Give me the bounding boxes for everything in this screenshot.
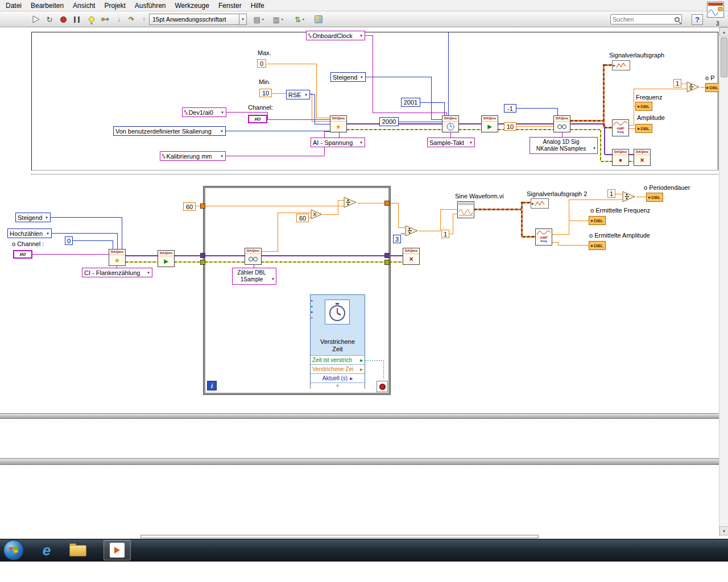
channel-io-control-2[interactable]: I/O <box>13 250 32 259</box>
run-continuous-button[interactable]: ↻ <box>43 13 56 26</box>
menu-werkzeuge[interactable]: Werkzeuge <box>170 1 213 11</box>
ermittelte-frequenz-indicator[interactable]: ▶ DBL <box>589 216 606 225</box>
one-constant-3[interactable]: 1 <box>607 189 615 198</box>
multiply-node[interactable] <box>311 209 323 219</box>
vi-icon[interactable] <box>707 2 724 18</box>
terminal-config-ring[interactable]: RSE ▼ <box>286 90 310 99</box>
extract-tone-node-2[interactable]: AMP freq <box>535 228 552 246</box>
edge-ring-2[interactable]: Steigend ▼ <box>15 213 51 222</box>
ci-measurement-ring[interactable]: CI - Flankenzählung ▼ <box>82 268 152 277</box>
run-button[interactable] <box>30 13 42 26</box>
daqmx-stop-task-node[interactable]: DAQmx ■ <box>612 149 629 166</box>
abort-button[interactable] <box>57 13 69 26</box>
daqmx-start-task-node-2[interactable]: DAQmx ▶ <box>158 250 175 267</box>
search-input[interactable] <box>613 16 675 23</box>
highlight-execution-button[interactable] <box>85 13 98 26</box>
divide-node-inner[interactable] <box>344 197 357 208</box>
count-mode-ring[interactable]: Hochzählen ▼ <box>7 228 52 238</box>
divide-node-3[interactable] <box>622 191 636 202</box>
extract-tone-node[interactable]: AMP freq <box>612 119 629 136</box>
nsamples-constant[interactable]: 10 <box>504 122 516 131</box>
daqmx-read-node[interactable]: DAQmx <box>553 115 570 132</box>
sample-clock-ring[interactable]: Sample-Takt ▼ <box>427 138 475 147</box>
express-output-current[interactable]: Aktuell (s) ▸ <box>311 373 365 383</box>
menu-datei[interactable]: Datei <box>1 1 26 11</box>
menu-bearbeiten[interactable]: Bearbeiten <box>26 1 68 11</box>
loop-iteration-terminal[interactable]: i <box>207 381 217 390</box>
daqmx-clear-task-node[interactable]: DAQmx × <box>634 149 651 166</box>
align-objects-dropdown[interactable]: ▤▼ <box>250 13 267 26</box>
physical-channel-constant[interactable]: ▚ Dev1/ai0 ▼ <box>182 107 226 117</box>
amplitude-indicator[interactable]: ▶ DBL <box>635 124 652 133</box>
menu-ansicht[interactable]: Ansicht <box>68 1 100 11</box>
three-constant[interactable]: 3 <box>393 235 401 243</box>
step-out-button[interactable]: ↑ <box>138 13 150 26</box>
expand-chevron-icon[interactable]: ∨ <box>311 383 365 389</box>
samples-constant[interactable]: 2001 <box>401 98 420 107</box>
daqmx-start-task-node[interactable]: DAQmx ▶ <box>481 115 498 132</box>
vertical-scrollbar[interactable]: ▲ ▼ <box>719 27 728 537</box>
start-button[interactable] <box>3 540 24 560</box>
channel-io-control[interactable]: I/O <box>248 115 267 123</box>
one-constant-2[interactable]: 1 <box>441 230 449 238</box>
loop-condition-terminal[interactable] <box>377 381 388 392</box>
custom-scale-ring[interactable]: Von benutzerdefinierter Skalierung ▼ <box>113 126 226 136</box>
clean-up-diagram-button[interactable] <box>312 13 325 26</box>
loop-tunnel[interactable] <box>384 260 390 265</box>
scroll-up-button[interactable]: ▲ <box>719 27 728 36</box>
loop-tunnel[interactable] <box>200 203 205 209</box>
waveform-graph2-terminal[interactable]: ▶ <box>531 198 549 209</box>
timeout-constant[interactable]: -1 <box>504 104 516 113</box>
windows-explorer-button[interactable] <box>69 543 89 557</box>
ai-measurement-ring[interactable]: AI - Spannung ▼ <box>311 138 365 147</box>
sine-waveform-node[interactable] <box>457 201 474 218</box>
waveform-graph-terminal[interactable]: ▶ <box>612 60 630 70</box>
menu-fenster[interactable]: Fenster <box>214 1 246 11</box>
scale-name-constant[interactable]: ▚ Kalibrierung mm ▼ <box>160 151 226 161</box>
daqmx-clear-task-node-2[interactable]: DAQmx × <box>403 248 420 265</box>
reorder-dropdown[interactable]: ⇅▼ <box>291 13 308 26</box>
labview-taskbar-button[interactable] <box>104 540 131 560</box>
menu-ausfuehren[interactable]: Ausführen <box>130 1 171 11</box>
period-indicator[interactable]: ▶ DBL <box>705 83 720 92</box>
loop-tunnel[interactable] <box>200 253 205 258</box>
divide-node[interactable] <box>686 81 700 93</box>
rate-constant[interactable]: 2000 <box>379 117 399 126</box>
min-constant[interactable]: 10 <box>259 89 272 97</box>
daqmx-timing-node[interactable]: DAQmx <box>442 115 459 132</box>
edge-ring[interactable]: Steigend ▼ <box>330 72 366 82</box>
frequenz-indicator[interactable]: ▶ DBL <box>635 102 652 111</box>
font-selector[interactable]: 15pt Anwendungsschriftart ▼ <box>149 14 247 25</box>
express-output-time-elapsed[interactable]: Zeit ist verstrich ▸ <box>311 355 365 364</box>
one-constant[interactable]: 1 <box>673 79 681 88</box>
counter-read-ring[interactable]: Zähler DBL 1Sample ▼ <box>232 268 276 285</box>
elapsed-time-express-vi[interactable]: ▸ ▸ ▸ ▸ Verstrichene Zeit Zeit ist verst… <box>310 294 365 389</box>
loop-tunnel[interactable] <box>384 201 390 206</box>
internet-explorer-button[interactable]: e <box>35 540 58 560</box>
pause-button[interactable] <box>71 13 83 26</box>
step-over-button[interactable]: ↷ <box>125 13 138 26</box>
read-mode-ring[interactable]: Analog 1D Sig NKanäle NSamples ▼ <box>530 137 598 154</box>
menu-hilfe[interactable]: Hilfe <box>246 1 269 11</box>
step-into-button[interactable]: ↓ <box>113 13 125 26</box>
distribute-objects-dropdown[interactable]: ▥▼ <box>270 13 287 26</box>
divide-node-2[interactable] <box>405 225 419 236</box>
retain-wire-values-button[interactable] <box>99 13 111 26</box>
express-output-elapsed[interactable]: Verstrichene Zei ▸ <box>311 364 365 373</box>
daqmx-create-ci-channel-node[interactable]: DAQmx ★ <box>109 249 126 266</box>
help-button[interactable]: ? <box>692 14 703 25</box>
onboardclock-ring[interactable]: ▚ OnboardClock ▼ <box>306 31 365 40</box>
zero-constant[interactable]: 0 <box>65 236 73 245</box>
ermittelte-amplitude-indicator[interactable]: ▶ DBL <box>589 241 606 250</box>
loop-tunnel[interactable] <box>384 253 390 258</box>
daqmx-create-channel-node[interactable]: DAQmx ★ <box>330 115 347 132</box>
scrollbar-thumb[interactable] <box>721 38 727 77</box>
max-constant[interactable]: 0 <box>257 59 266 68</box>
periodendauer-indicator[interactable]: ▶ DBL <box>646 193 663 202</box>
sixty-constant-outer[interactable]: 60 <box>183 202 196 211</box>
loop-tunnel[interactable] <box>200 260 205 265</box>
menu-projekt[interactable]: Projekt <box>100 1 130 11</box>
daqmx-read-node-2[interactable]: DAQmx <box>245 248 262 265</box>
sixty-constant-inner[interactable]: 60 <box>296 214 309 222</box>
scroll-down-button[interactable]: ▼ <box>719 526 728 535</box>
